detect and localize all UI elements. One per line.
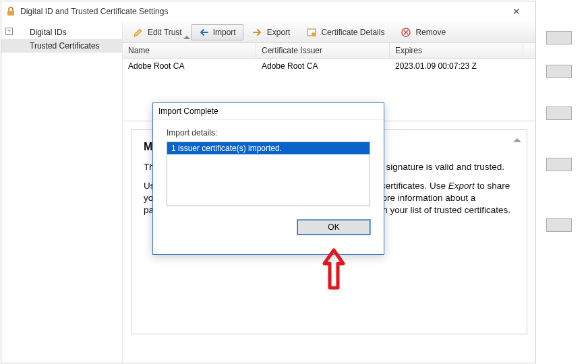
sidebar: + Digital IDs Trusted Certificates <box>1 22 123 363</box>
bg-button-3[interactable] <box>546 107 572 120</box>
column-header-name[interactable]: Name <box>123 43 256 58</box>
edit-trust-button[interactable]: Edit Trust <box>125 24 189 40</box>
export-button[interactable]: Export <box>245 24 298 40</box>
table-row[interactable]: Adobe Root CA Adobe Root CA 2023.01.09 0… <box>123 59 535 73</box>
bg-button-1[interactable] <box>546 31 572 44</box>
toolbar-label: Remove <box>415 28 446 37</box>
cell-expires: 2023.01.09 00:07:23 Z <box>390 59 523 73</box>
column-header-expires[interactable]: Expires <box>390 43 523 58</box>
import-details-label: Import details: <box>167 128 370 138</box>
svg-point-2 <box>312 32 316 36</box>
certificate-icon <box>306 27 317 38</box>
column-header-issuer[interactable]: Certificate Issuer <box>256 43 390 58</box>
scroll-up-icon[interactable] <box>513 138 521 142</box>
cell-name: Adobe Root CA <box>123 59 256 73</box>
tree-expand-icon[interactable]: + <box>5 28 13 35</box>
bg-button-4[interactable] <box>546 158 572 171</box>
titlebar: Digital ID and Trusted Certificate Setti… <box>1 1 535 22</box>
sidebar-item-trusted-certificates[interactable]: Trusted Certificates <box>1 39 122 53</box>
import-complete-dialog: Import Complete Import details: 1 issuer… <box>152 102 384 255</box>
toolbar-label: Edit Trust <box>148 28 182 37</box>
lock-icon <box>5 6 16 17</box>
import-details-list[interactable]: 1 issuer certificate(s) imported. <box>167 142 370 206</box>
certificate-details-button[interactable]: Certificate Details <box>299 24 392 40</box>
bg-button-2[interactable] <box>546 65 572 78</box>
toolbar-label: Certificate Details <box>321 28 384 37</box>
sidebar-item-digital-ids[interactable]: + Digital IDs <box>1 26 122 39</box>
dialog-title: Import Complete <box>153 103 384 120</box>
svg-rect-0 <box>7 11 14 16</box>
import-button[interactable]: Import <box>191 24 243 40</box>
cell-issuer: Adobe Root CA <box>256 59 390 73</box>
close-icon: ✕ <box>512 6 521 17</box>
remove-button[interactable]: Remove <box>393 24 453 40</box>
ok-button[interactable]: OK <box>297 220 370 235</box>
import-arrow-icon <box>198 27 209 38</box>
toolbar-label: Import <box>213 28 236 37</box>
bg-button-5[interactable] <box>546 218 572 232</box>
sidebar-item-label: Digital IDs <box>30 28 67 37</box>
window-close-button[interactable]: ✕ <box>502 2 531 21</box>
window-title: Digital ID and Trusted Certificate Setti… <box>20 7 502 16</box>
toolbar: Edit Trust Import Export Certificate Det… <box>123 22 535 43</box>
remove-icon <box>401 27 411 38</box>
toolbar-label: Export <box>267 28 291 37</box>
sort-ascending-icon <box>183 36 190 39</box>
pencil-icon <box>133 27 144 38</box>
sidebar-item-label: Trusted Certificates <box>30 41 100 51</box>
import-details-row[interactable]: 1 issuer certificate(s) imported. <box>167 142 370 154</box>
export-arrow-icon <box>252 27 263 38</box>
